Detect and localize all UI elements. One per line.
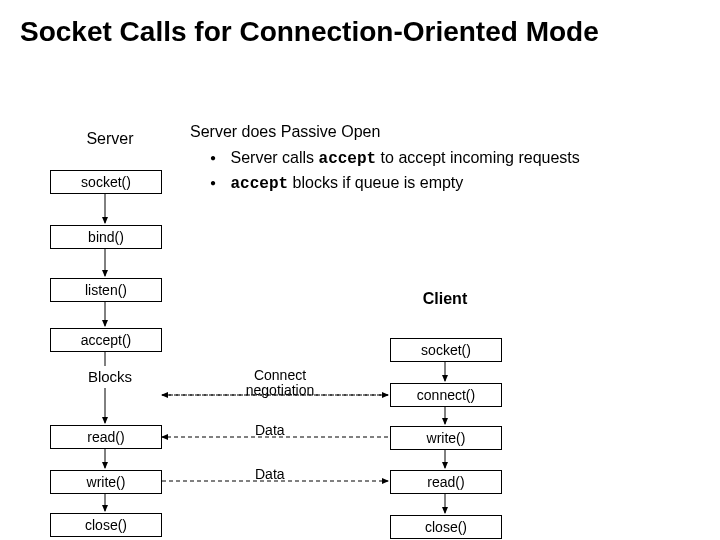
client-close-box: close(): [390, 515, 502, 539]
server-label: Server: [55, 130, 165, 148]
server-close-box: close(): [50, 513, 162, 537]
flow-data2-label: Data: [255, 466, 285, 482]
diagram: Server socket() bind() listen() accept()…: [20, 120, 700, 540]
server-socket-box: socket(): [50, 170, 162, 194]
server-listen-box: listen(): [50, 278, 162, 302]
server-bind-box: bind(): [50, 225, 162, 249]
slide-title: Socket Calls for Connection-Oriented Mod…: [20, 15, 700, 49]
client-connect-box: connect(): [390, 383, 502, 407]
client-socket-box: socket(): [390, 338, 502, 362]
client-read-box: read(): [390, 470, 502, 494]
flow-data1-label: Data: [255, 422, 285, 438]
client-label: Client: [390, 290, 500, 308]
client-write-box: write(): [390, 426, 502, 450]
server-blocks-label: Blocks: [55, 368, 165, 385]
server-read-box: read(): [50, 425, 162, 449]
flow-negotiation-label: Connect negotiation: [235, 368, 325, 399]
server-write-box: write(): [50, 470, 162, 494]
server-accept-box: accept(): [50, 328, 162, 352]
